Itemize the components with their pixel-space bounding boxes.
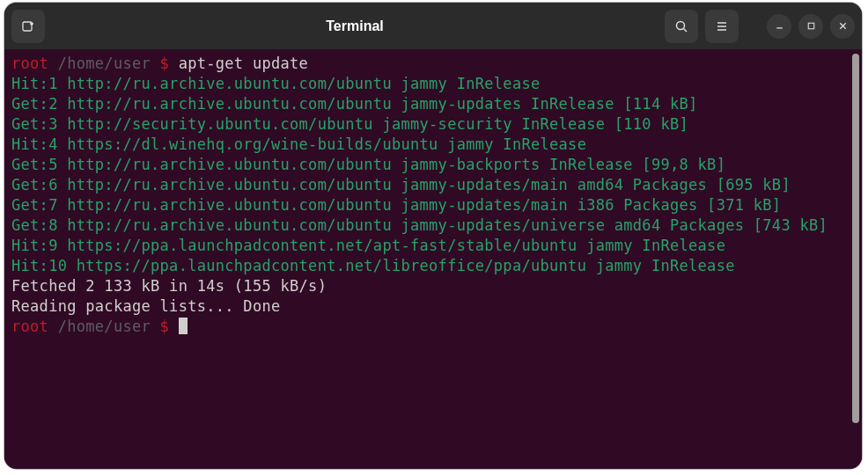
terminal-window: Terminal [4, 3, 862, 469]
svg-line-2 [684, 28, 688, 32]
scrollbar[interactable] [852, 54, 859, 423]
output-line: Get:3 http://security.ubuntu.com/ubuntu … [11, 114, 855, 135]
titlebar-right [665, 10, 855, 43]
maximize-button[interactable] [798, 14, 823, 39]
command-text: apt-get update [179, 55, 309, 72]
output-line: Hit:1 http://ru.archive.ubuntu.com/ubunt… [11, 74, 855, 94]
prompt-symbol: $ [160, 318, 170, 335]
svg-point-1 [677, 21, 685, 29]
search-icon [674, 19, 688, 33]
prompt-path: /home/user [48, 55, 159, 72]
new-tab-button[interactable] [11, 10, 45, 43]
window-title: Terminal [45, 18, 665, 34]
new-tab-icon [21, 19, 35, 33]
minimize-button[interactable] [767, 14, 791, 39]
prompt-line-2: root /home/user $ [11, 317, 855, 337]
close-icon [837, 20, 849, 32]
maximize-icon [805, 20, 817, 32]
output-line: Hit:9 https://ppa.launchpadcontent.net/a… [11, 236, 855, 256]
minimize-icon [774, 20, 785, 32]
terminal-body[interactable]: root /home/user $ apt-get update Hit:1 h… [4, 50, 862, 469]
output-line: Get:5 http://ru.archive.ubuntu.com/ubunt… [11, 155, 855, 175]
output-line: Hit:10 https://ppa.launchpadcontent.net/… [11, 256, 855, 276]
menu-button[interactable] [705, 10, 739, 43]
output-line: Get:7 http://ru.archive.ubuntu.com/ubunt… [11, 195, 855, 216]
summary-line: Reading package lists... Done [11, 296, 855, 317]
titlebar-left [11, 10, 45, 43]
prompt-symbol: $ [160, 55, 170, 72]
output-line: Hit:4 https://dl.winehq.org/wine-builds/… [11, 135, 855, 155]
cursor [179, 318, 188, 334]
svg-rect-7 [808, 23, 814, 29]
titlebar: Terminal [4, 3, 862, 50]
prompt-path: /home/user [48, 318, 159, 335]
hamburger-icon [715, 19, 729, 33]
prompt-user: root [11, 318, 48, 335]
output-line: Get:8 http://ru.archive.ubuntu.com/ubunt… [11, 216, 855, 236]
search-button[interactable] [665, 10, 698, 43]
output-line: Get:6 http://ru.archive.ubuntu.com/ubunt… [11, 175, 855, 195]
prompt-line: root /home/user $ apt-get update [11, 54, 855, 74]
close-button[interactable] [830, 14, 855, 39]
summary-line: Fetched 2 133 kB in 14s (155 kB/s) [11, 276, 855, 296]
prompt-user: root [11, 55, 48, 72]
output-line: Get:2 http://ru.archive.ubuntu.com/ubunt… [11, 94, 855, 114]
